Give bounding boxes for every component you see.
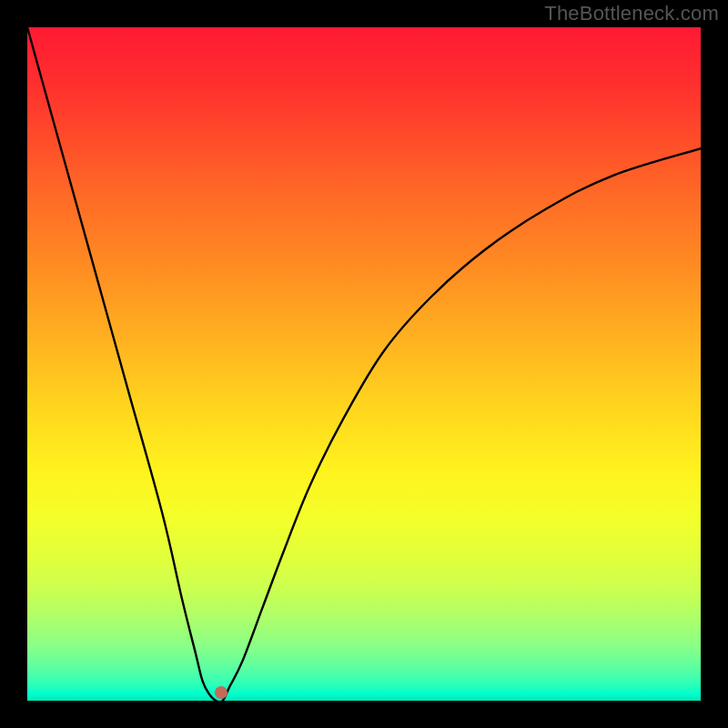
plot-area	[27, 27, 701, 701]
bottleneck-curve	[27, 27, 701, 701]
curve-layer	[27, 27, 701, 701]
watermark-text: TheBottleneck.com	[544, 2, 719, 25]
minimum-marker	[215, 686, 228, 699]
chart-container: TheBottleneck.com	[0, 0, 728, 728]
